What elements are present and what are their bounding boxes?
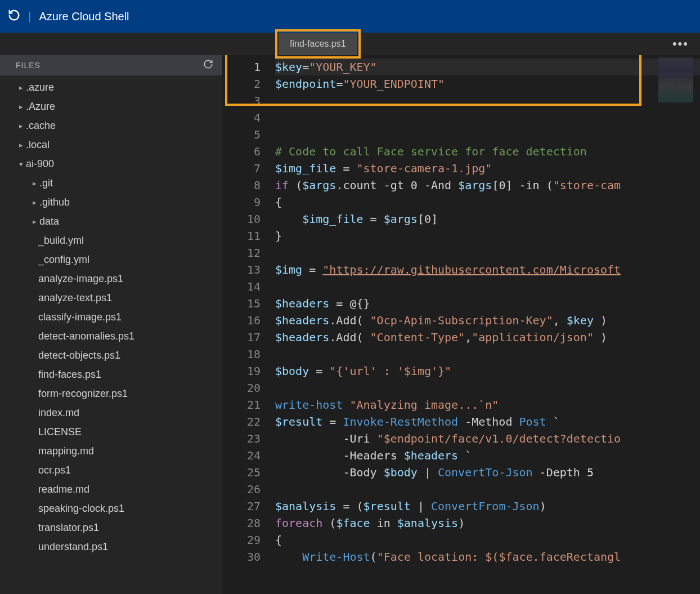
chevron-right-icon[interactable]: ▸ xyxy=(29,217,39,226)
file-tree-item-label: LICENSE xyxy=(38,426,82,438)
chevron-down-icon[interactable]: ▾ xyxy=(16,160,26,168)
editor-tab[interactable]: find-faces.ps1 xyxy=(279,33,357,55)
file-tree-item[interactable]: _config.yml xyxy=(0,250,222,269)
line-number: 4 xyxy=(222,109,261,126)
file-tree-item[interactable]: understand.ps1 xyxy=(0,537,222,556)
code-line[interactable]: -Headers $headers ` xyxy=(275,447,700,464)
file-tree-item[interactable]: speaking-clock.ps1 xyxy=(0,499,222,518)
file-tree-item[interactable]: ocr.ps1 xyxy=(0,461,222,480)
file-tree-item[interactable]: analyze-text.ps1 xyxy=(0,288,222,307)
code-line[interactable]: $body = "{'url' : '$img'}" xyxy=(275,363,700,379)
file-tree-item[interactable]: ▾ai-900 xyxy=(0,154,222,173)
files-sidebar: FILES ▸.azure▸.Azure▸.cache▸.local▾ai-90… xyxy=(0,55,222,594)
line-number: 6 xyxy=(222,143,261,160)
code-line[interactable]: $headers.Add( "Content-Type","applicatio… xyxy=(275,329,700,346)
code-line[interactable]: $headers.Add( "Ocp-Apim-Subscription-Key… xyxy=(275,312,700,329)
file-tree[interactable]: ▸.azure▸.Azure▸.cache▸.local▾ai-900▸.git… xyxy=(0,75,222,594)
code-line[interactable]: Write-Host("Face location: $($face.faceR… xyxy=(275,548,700,565)
line-number: 12 xyxy=(222,244,261,261)
file-tree-item[interactable]: form-recognizer.ps1 xyxy=(0,384,222,403)
titlebar-separator: | xyxy=(28,10,31,23)
file-tree-item[interactable]: ▸.cache xyxy=(0,116,222,135)
file-tree-item[interactable]: detect-objects.ps1 xyxy=(0,346,222,365)
file-tree-item-label: translator.ps1 xyxy=(38,522,99,534)
line-number: 22 xyxy=(222,413,261,430)
line-number: 19 xyxy=(222,363,261,379)
line-number: 20 xyxy=(222,379,261,396)
line-number-gutter: 1234567891011121314151617181920212223242… xyxy=(222,55,275,594)
code-line[interactable]: -Body $body | ConvertTo-Json -Depth 5 xyxy=(275,464,700,481)
file-tree-item[interactable]: detect-anomalies.ps1 xyxy=(0,327,222,346)
code-line[interactable] xyxy=(275,109,700,126)
code-line[interactable]: $endpoint="YOUR_ENDPOINT" xyxy=(275,75,700,92)
chevron-right-icon[interactable]: ▸ xyxy=(16,83,26,92)
file-tree-item-label: understand.ps1 xyxy=(38,541,108,553)
code-line[interactable]: write-host "Analyzing image...`n" xyxy=(275,396,700,413)
code-line[interactable]: $analysis = ($result | ConvertFrom-Json) xyxy=(275,498,700,515)
code-line[interactable] xyxy=(275,278,700,295)
line-number: 14 xyxy=(222,278,261,295)
code-line[interactable] xyxy=(275,379,700,396)
code-line[interactable]: $img_file = "store-camera-1.jpg" xyxy=(275,160,700,177)
file-tree-item[interactable]: find-faces.ps1 xyxy=(0,365,222,384)
file-tree-item[interactable]: readme.md xyxy=(0,480,222,499)
file-tree-item-label: form-recognizer.ps1 xyxy=(38,388,128,400)
restart-icon[interactable] xyxy=(8,9,20,24)
line-number: 26 xyxy=(222,481,261,498)
code-line[interactable] xyxy=(275,126,700,143)
chevron-right-icon[interactable]: ▸ xyxy=(16,122,26,130)
code-line[interactable]: -Uri "$endpoint/face/v1.0/detect?detecti… xyxy=(275,430,700,447)
file-tree-item[interactable]: translator.ps1 xyxy=(0,518,222,537)
file-tree-item-label: analyze-text.ps1 xyxy=(38,292,112,304)
code-line[interactable]: { xyxy=(275,194,700,211)
file-tree-item[interactable]: LICENSE xyxy=(0,422,222,441)
file-tree-item[interactable]: ▸data xyxy=(0,212,222,231)
file-tree-item[interactable]: ▸.git xyxy=(0,173,222,193)
chevron-right-icon[interactable]: ▸ xyxy=(29,179,39,187)
line-number: 5 xyxy=(222,126,261,143)
file-tree-item[interactable]: _build.yml xyxy=(0,231,222,250)
more-icon[interactable]: ••• xyxy=(672,37,689,51)
code-line[interactable]: # Code to call Face service for face det… xyxy=(275,143,700,160)
file-tree-item-label: ocr.ps1 xyxy=(38,465,71,476)
code-line[interactable]: $headers = @{} xyxy=(275,295,700,312)
file-tree-item[interactable]: analyze-image.ps1 xyxy=(0,269,222,288)
code-line[interactable]: } xyxy=(275,227,700,244)
code-line[interactable]: { xyxy=(275,532,700,548)
file-tree-item[interactable]: ▸.Azure xyxy=(0,97,222,116)
code-line[interactable]: $key="YOUR_KEY" xyxy=(275,59,700,75)
code-line[interactable]: if ($args.count -gt 0 -And $args[0] -in … xyxy=(275,177,700,194)
file-tree-item[interactable]: index.md xyxy=(0,403,222,422)
file-tree-item[interactable]: ▸.local xyxy=(0,135,222,154)
file-tree-item[interactable]: ▸.github xyxy=(0,193,222,212)
code-line[interactable] xyxy=(275,346,700,363)
tab-label: find-faces.ps1 xyxy=(290,39,346,49)
file-tree-item-label: .local xyxy=(26,139,50,151)
code-line[interactable] xyxy=(275,244,700,261)
line-number: 23 xyxy=(222,430,261,447)
file-tree-item[interactable]: mapping.md xyxy=(0,441,222,461)
chevron-right-icon[interactable]: ▸ xyxy=(16,102,26,111)
code-line[interactable]: foreach ($face in $analysis) xyxy=(275,515,700,532)
code-line[interactable] xyxy=(275,92,700,109)
file-tree-item[interactable]: ▸.azure xyxy=(0,78,222,97)
code-content[interactable]: $key="YOUR_KEY"$endpoint="YOUR_ENDPOINT"… xyxy=(275,55,700,594)
file-tree-item[interactable]: classify-image.ps1 xyxy=(0,307,222,327)
file-tree-item-label: ai-900 xyxy=(26,158,54,170)
minimap[interactable] xyxy=(658,57,693,102)
code-editor[interactable]: 1234567891011121314151617181920212223242… xyxy=(222,55,700,594)
code-line[interactable]: $result = Invoke-RestMethod -Method Post… xyxy=(275,413,700,430)
chevron-right-icon[interactable]: ▸ xyxy=(29,198,39,207)
main: FILES ▸.azure▸.Azure▸.cache▸.local▾ai-90… xyxy=(0,55,700,594)
code-line[interactable]: $img = "https://raw.githubusercontent.co… xyxy=(275,261,700,278)
file-tree-item-label: analyze-image.ps1 xyxy=(38,273,123,285)
line-number: 11 xyxy=(222,227,261,244)
file-tree-item-label: detect-anomalies.ps1 xyxy=(38,331,134,342)
chevron-right-icon[interactable]: ▸ xyxy=(16,141,26,149)
files-header-label: FILES xyxy=(16,61,41,70)
line-number: 3 xyxy=(222,92,261,109)
line-number: 28 xyxy=(222,515,261,532)
refresh-icon[interactable] xyxy=(203,59,213,72)
code-line[interactable] xyxy=(275,481,700,498)
code-line[interactable]: $img_file = $args[0] xyxy=(275,211,700,227)
